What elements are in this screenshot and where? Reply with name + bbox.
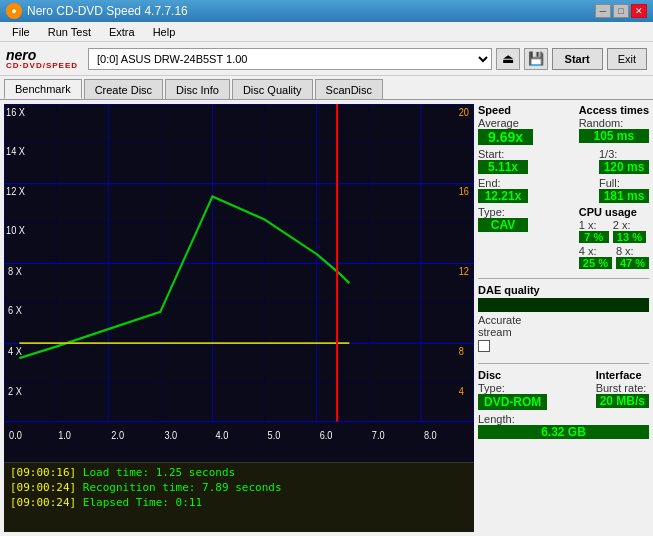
svg-text:2 X: 2 X (8, 385, 22, 397)
log-line-1: [09:00:16] Load time: 1.25 seconds (6, 465, 472, 480)
svg-text:8.0: 8.0 (424, 429, 437, 441)
tab-scan-disc[interactable]: ScanDisc (315, 79, 383, 99)
tab-create-disc[interactable]: Create Disc (84, 79, 163, 99)
log-text-1: Load time: 1.25 seconds (83, 466, 235, 479)
dae-section: DAE quality Accurate stream (478, 284, 649, 354)
disc-length-label: Length: (478, 413, 649, 425)
nero-brand: nero (6, 48, 78, 62)
type-label: Type: (478, 206, 528, 218)
cpu2x-value: 13 % (613, 231, 646, 243)
log-text-2: Recognition time: 7.89 seconds (83, 481, 282, 494)
svg-text:20: 20 (459, 106, 470, 118)
svg-text:1.0: 1.0 (58, 429, 71, 441)
burst-value: 20 MB/s (596, 394, 649, 408)
disc-type-label: Type: (478, 382, 547, 394)
tab-benchmark[interactable]: Benchmark (4, 79, 82, 99)
cpu4x-label: 4 x: (579, 245, 612, 257)
svg-text:8 X: 8 X (8, 265, 22, 277)
interface-header: Interface (596, 369, 649, 381)
speed-header: Speed (478, 104, 533, 116)
log-time-2: [09:00:24] (10, 481, 76, 494)
log-area: [09:00:16] Load time: 1.25 seconds [09:0… (4, 462, 474, 532)
cpu1x-value: 7 % (579, 231, 609, 243)
cpu4x-value: 25 % (579, 257, 612, 269)
start-value: 5.11x (478, 160, 528, 174)
app-icon: ● (6, 3, 22, 19)
tabs: Benchmark Create Disc Disc Info Disc Qua… (0, 76, 653, 100)
chart-area: 16 X 14 X 12 X 10 X 8 X 6 X 4 X 2 X 20 1… (4, 104, 474, 462)
svg-text:6.0: 6.0 (320, 429, 333, 441)
window-controls: ─ □ ✕ (595, 4, 647, 18)
minimize-button[interactable]: ─ (595, 4, 611, 18)
svg-text:0.0: 0.0 (9, 429, 22, 441)
svg-text:16 X: 16 X (6, 106, 25, 118)
chart-container: 16 X 14 X 12 X 10 X 8 X 6 X 4 X 2 X 20 1… (4, 104, 474, 532)
start-label: Start: (478, 148, 528, 160)
burst-label: Burst rate: (596, 382, 649, 394)
title-bar: ● Nero CD-DVD Speed 4.7.7.16 ─ □ ✕ (0, 0, 653, 22)
save-button[interactable]: 💾 (524, 48, 548, 70)
cpu8x-label: 8 x: (616, 245, 649, 257)
avg-value: 9.69x (478, 129, 533, 145)
one-third-label: 1/3: (599, 148, 649, 160)
right-panel: Speed Average 9.69x Access times Random:… (478, 100, 653, 536)
svg-text:2.0: 2.0 (111, 429, 124, 441)
one-third-value: 120 ms (599, 160, 649, 174)
log-line-2: [09:00:24] Recognition time: 7.89 second… (6, 480, 472, 495)
accurate-stream-checkbox[interactable] (478, 340, 490, 352)
dae-bar (478, 298, 649, 312)
avg-label: Average (478, 117, 533, 129)
menu-file[interactable]: File (4, 24, 38, 40)
cpu8x-value: 47 % (616, 257, 649, 269)
random-value: 105 ms (579, 129, 649, 143)
cpu2x-label: 2 x: (613, 219, 646, 231)
disc-header: Disc (478, 369, 547, 381)
disc-length-value: 6.32 GB (478, 425, 649, 439)
drive-select[interactable]: [0:0] ASUS DRW-24B5ST 1.00 (88, 48, 492, 70)
svg-text:6 X: 6 X (8, 305, 22, 317)
svg-text:8: 8 (459, 345, 465, 357)
menu-help[interactable]: Help (145, 24, 184, 40)
maximize-button[interactable]: □ (613, 4, 629, 18)
svg-text:16: 16 (459, 186, 470, 198)
benchmark-chart: 16 X 14 X 12 X 10 X 8 X 6 X 4 X 2 X 20 1… (4, 104, 474, 462)
log-text-3: Elapsed Time: 0:11 (83, 496, 202, 509)
log-time-3: [09:00:24] (10, 496, 76, 509)
exit-button[interactable]: Exit (607, 48, 647, 70)
svg-text:4 X: 4 X (8, 345, 22, 357)
svg-rect-0 (4, 104, 474, 462)
svg-text:12 X: 12 X (6, 186, 25, 198)
full-value: 181 ms (599, 189, 649, 203)
tab-disc-quality[interactable]: Disc Quality (232, 79, 313, 99)
end-label: End: (478, 177, 528, 189)
log-line-3: [09:00:24] Elapsed Time: 0:11 (6, 495, 472, 510)
menu-run-test[interactable]: Run Test (40, 24, 99, 40)
dae-header: DAE quality (478, 284, 649, 296)
accurate-stream-row (478, 340, 649, 352)
disc-type-value: DVD-ROM (478, 394, 547, 410)
cpu1x-label: 1 x: (579, 219, 609, 231)
menu-extra[interactable]: Extra (101, 24, 143, 40)
divider-2 (478, 363, 649, 364)
svg-text:10 X: 10 X (6, 225, 25, 237)
disc-section: Disc Type: DVD-ROM Interface Burst rate:… (478, 369, 649, 439)
svg-text:5.0: 5.0 (268, 429, 281, 441)
access-header: Access times (579, 104, 649, 116)
log-time-1: [09:00:16] (10, 466, 76, 479)
speed-section: Speed Average 9.69x Access times Random:… (478, 104, 649, 269)
main-content: 16 X 14 X 12 X 10 X 8 X 6 X 4 X 2 X 20 1… (0, 100, 653, 536)
menu-bar: File Run Test Extra Help (0, 22, 653, 42)
start-button[interactable]: Start (552, 48, 603, 70)
divider-1 (478, 278, 649, 279)
svg-text:3.0: 3.0 (164, 429, 177, 441)
cpu-header: CPU usage (579, 206, 649, 218)
full-label: Full: (599, 177, 649, 189)
random-label: Random: (579, 117, 649, 129)
stream-label: stream (478, 326, 649, 338)
tab-disc-info[interactable]: Disc Info (165, 79, 230, 99)
eject-button[interactable]: ⏏ (496, 48, 520, 70)
svg-text:14 X: 14 X (6, 145, 25, 157)
toolbar: nero CD·DVD/SPEED [0:0] ASUS DRW-24B5ST … (0, 42, 653, 76)
close-button[interactable]: ✕ (631, 4, 647, 18)
svg-text:12: 12 (459, 265, 469, 277)
